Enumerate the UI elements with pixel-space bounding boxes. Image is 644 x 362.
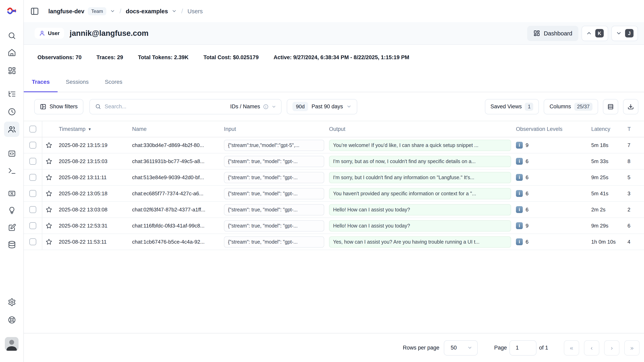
pagination-bar: Rows per page 50 Page of 1 « ‹ › » xyxy=(24,333,644,362)
next-item-button[interactable]: J xyxy=(612,26,638,41)
page-size-select[interactable]: 50 xyxy=(444,340,478,355)
show-filters-button[interactable]: Show filters xyxy=(34,99,83,114)
output-preview[interactable]: Hello! How can I assist you today? xyxy=(329,220,511,231)
input-preview[interactable]: {"stream": true, "model": "gpt-... xyxy=(224,188,324,199)
row-checkbox[interactable] xyxy=(24,137,42,153)
prompts-icon[interactable] xyxy=(4,146,19,161)
bookmark-star-icon[interactable] xyxy=(42,142,55,148)
breadcrumb-page: Users xyxy=(188,8,203,14)
bookmark-star-icon[interactable] xyxy=(42,158,55,165)
row-checkbox[interactable] xyxy=(24,170,42,185)
breadcrumb-separator: / xyxy=(180,8,184,15)
output-preview[interactable]: You haven't provided any specific inform… xyxy=(329,188,511,199)
dashboards-icon[interactable] xyxy=(4,63,19,78)
chevron-down-icon xyxy=(467,345,472,350)
timestamp-cell: 2025-08-22 13:03:08 xyxy=(55,206,128,212)
evaluation-icon[interactable] xyxy=(4,186,19,201)
search-input[interactable] xyxy=(105,104,226,110)
row-checkbox[interactable] xyxy=(24,186,42,201)
latency-cell: 1h 0m 10s xyxy=(588,239,627,245)
bookmark-star-icon[interactable] xyxy=(42,190,55,197)
user-avatar[interactable] xyxy=(5,337,18,351)
insights-icon[interactable] xyxy=(4,202,19,218)
bookmark-star-icon[interactable] xyxy=(42,238,55,245)
sessions-icon[interactable] xyxy=(4,104,19,119)
home-icon[interactable] xyxy=(4,45,19,60)
playground-icon[interactable] xyxy=(4,163,19,178)
row-checkbox[interactable] xyxy=(24,234,42,250)
row-checkbox[interactable] xyxy=(24,202,42,218)
col-latency[interactable]: Latency xyxy=(588,126,627,132)
input-preview[interactable]: {"stream": true, "model": "gpt-... xyxy=(224,156,324,167)
input-preview[interactable]: {"stream": true, "model": "gpt-... xyxy=(224,204,324,215)
col-timestamp[interactable]: Timestamp ▼ xyxy=(55,126,128,132)
output-preview[interactable]: I'm sorry, but as of now, I couldn't fin… xyxy=(329,156,511,167)
row-checkbox[interactable] xyxy=(24,218,42,234)
select-all-checkbox[interactable] xyxy=(24,121,42,137)
input-preview[interactable]: {"stream": true, "model": "gpt-... xyxy=(224,236,324,248)
columns-button[interactable]: Columns 25/37 xyxy=(544,99,598,114)
chevron-down-icon[interactable] xyxy=(110,8,115,14)
bookmark-star-icon[interactable] xyxy=(42,174,55,181)
table-row[interactable]: 2025-08-22 13:05:18 chat:ec685f77-7374-4… xyxy=(24,186,644,202)
table-row[interactable]: 2025-08-22 13:15:03 chat:3611931b-bc77-4… xyxy=(24,154,644,170)
col-name[interactable]: Name xyxy=(128,126,220,132)
table-row[interactable]: 2025-08-22 13:03:08 chat:02f63f47-87b2-4… xyxy=(24,202,644,218)
col-observation-levels[interactable]: Observation Levels xyxy=(514,126,588,132)
tracing-icon[interactable] xyxy=(4,86,19,102)
search-icon[interactable] xyxy=(4,28,19,43)
first-page-button[interactable]: « xyxy=(564,340,579,355)
level-info-icon: i xyxy=(516,142,523,148)
search-scope-dropdown[interactable]: IDs / Names xyxy=(230,104,276,110)
last-page-button[interactable]: » xyxy=(624,340,640,355)
date-range-button[interactable]: 90d Past 90 days xyxy=(287,99,357,114)
export-button[interactable] xyxy=(623,99,638,114)
row-height-button[interactable] xyxy=(603,99,618,114)
saved-views-button[interactable]: Saved Views 1 xyxy=(485,99,539,114)
output-preview[interactable]: You’re welcome! If you’d like, I can sha… xyxy=(329,140,511,151)
tab-scores[interactable]: Scores xyxy=(97,78,130,92)
prev-item-button[interactable]: K xyxy=(582,26,608,41)
chevron-up-icon xyxy=(586,30,592,36)
output-preview[interactable]: Hello! How can I assist you today? xyxy=(329,204,511,215)
dashboard-button[interactable]: Dashboard xyxy=(527,26,578,41)
main-area: langfuse-dev Team / docs-examples / User… xyxy=(24,0,644,362)
input-preview[interactable]: {"stream": true, "model": "gpt-... xyxy=(224,172,324,183)
table-row[interactable]: 2025-08-22 12:53:31 chat:116fbfdc-0fd3-4… xyxy=(24,218,644,234)
shortcut-key-j: J xyxy=(625,29,634,38)
tab-traces[interactable]: Traces xyxy=(24,78,58,92)
table-row[interactable]: 2025-08-22 13:15:19 chat:330bd4e7-d869-4… xyxy=(24,137,644,154)
output-preview[interactable]: I'm sorry, but I couldn't find any infor… xyxy=(329,172,511,183)
dashboard-grid-icon xyxy=(533,30,540,37)
bookmark-star-icon[interactable] xyxy=(42,206,55,213)
chevron-down-icon[interactable] xyxy=(172,8,177,14)
tab-sessions[interactable]: Sessions xyxy=(58,78,97,92)
project-name[interactable]: docs-examples xyxy=(126,8,168,14)
col-truncated[interactable]: T xyxy=(627,126,644,132)
stat-traces: Traces: 29 xyxy=(96,54,123,60)
page-number-input[interactable] xyxy=(510,340,537,355)
annotation-icon[interactable] xyxy=(4,220,19,235)
output-preview[interactable]: Yes, how can I assist you? Are you havin… xyxy=(329,236,511,248)
row-checkbox[interactable] xyxy=(24,154,42,169)
input-preview[interactable]: {"stream": true, "model": "gpt-... xyxy=(224,220,324,231)
traces-table: Timestamp ▼ Name Input Output Observatio… xyxy=(24,121,644,250)
settings-icon[interactable] xyxy=(4,294,19,310)
observation-levels-cell: i6 xyxy=(514,190,588,197)
bookmark-star-icon[interactable] xyxy=(42,222,55,229)
sidebar-toggle-icon[interactable] xyxy=(30,7,39,16)
org-name[interactable]: langfuse-dev xyxy=(48,8,84,14)
input-preview[interactable]: {"stream":true,"model":"gpt-5",... xyxy=(224,140,324,151)
level-info-icon: i xyxy=(516,206,523,213)
col-output[interactable]: Output xyxy=(327,126,514,132)
col-input[interactable]: Input xyxy=(220,126,327,132)
support-icon[interactable] xyxy=(4,312,19,327)
datasets-icon[interactable] xyxy=(4,237,19,252)
saved-views-count: 1 xyxy=(525,102,534,110)
table-row[interactable]: 2025-08-22 13:11:11 chat:513e84e9-9039-4… xyxy=(24,170,644,186)
table-row[interactable]: 2025-08-22 11:53:11 chat:1cb67476-b5ce-4… xyxy=(24,234,644,250)
sidebar-item-users[interactable] xyxy=(4,122,19,137)
columns-count: 25/37 xyxy=(574,102,592,110)
next-page-button[interactable]: › xyxy=(604,340,620,355)
prev-page-button[interactable]: ‹ xyxy=(584,340,599,355)
